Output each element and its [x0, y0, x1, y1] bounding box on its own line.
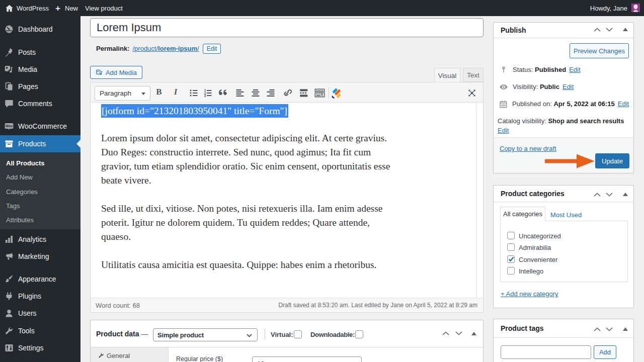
- svg-text:3: 3: [204, 94, 206, 98]
- svg-text:Woo: Woo: [6, 124, 13, 128]
